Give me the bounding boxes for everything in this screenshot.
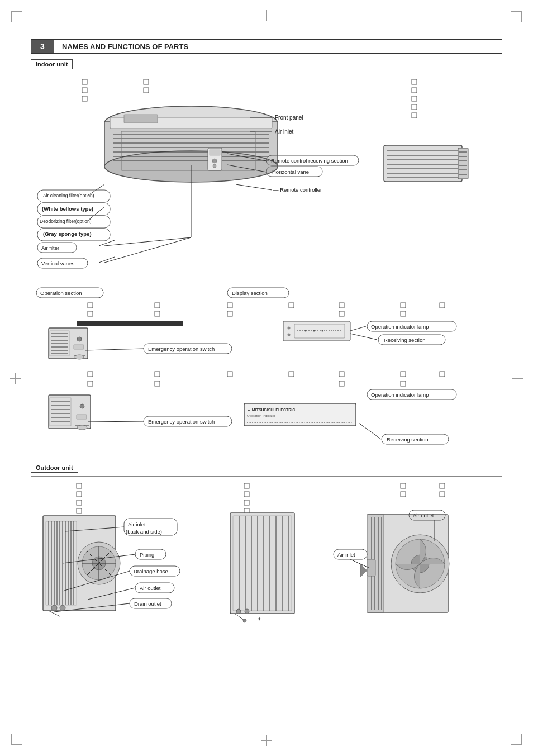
svg-rect-7 — [412, 96, 417, 101]
svg-rect-5 — [412, 79, 417, 84]
svg-text:Air cleaning filter(option): Air cleaning filter(option) — [43, 193, 94, 198]
svg-point-141 — [80, 404, 84, 408]
svg-rect-127 — [401, 372, 406, 377]
svg-rect-3 — [144, 79, 149, 84]
svg-text:▲ MITSUBISHI ELECTRIC: ▲ MITSUBISHI ELECTRIC — [247, 408, 295, 412]
svg-rect-156 — [77, 492, 82, 497]
svg-text:Air outlet: Air outlet — [413, 512, 434, 519]
svg-line-71 — [104, 237, 191, 246]
svg-line-154 — [359, 423, 381, 439]
svg-rect-80 — [289, 303, 294, 308]
svg-rect-123 — [289, 372, 294, 377]
svg-point-117 — [322, 330, 323, 332]
svg-text:Drain outlet: Drain outlet — [134, 601, 161, 607]
svg-point-216 — [236, 609, 241, 614]
svg-point-102 — [75, 355, 84, 359]
svg-text:Display section: Display section — [232, 290, 268, 296]
svg-rect-160 — [244, 492, 249, 497]
svg-rect-124 — [88, 381, 93, 386]
svg-text:Horizontal vane: Horizontal vane — [272, 169, 309, 175]
svg-rect-166 — [440, 492, 445, 497]
svg-rect-8 — [412, 104, 417, 110]
outdoor-unit-diagram: Air inlet (back and side) Piping Drainag… — [31, 476, 502, 643]
indoor-unit-diagram: Front panel Air inlet Air cleaning filte… — [31, 73, 502, 279]
svg-rect-78 — [155, 303, 160, 308]
svg-rect-155 — [77, 483, 82, 488]
svg-point-116 — [313, 330, 315, 332]
svg-rect-6 — [412, 88, 417, 93]
svg-rect-165 — [440, 483, 445, 488]
svg-line-234 — [350, 559, 369, 568]
svg-text:Deodorizing filter(option): Deodorizing filter(option) — [40, 218, 92, 224]
svg-rect-79 — [227, 303, 232, 308]
svg-point-99 — [77, 337, 82, 341]
svg-rect-22 — [124, 115, 158, 123]
svg-rect-0 — [82, 79, 87, 84]
cross-left — [10, 373, 21, 384]
section-header: 3 NAMES AND FUNCTIONS OF PARTS — [31, 39, 502, 54]
svg-text:Emergency operation switch: Emergency operation switch — [148, 419, 215, 425]
svg-rect-77 — [88, 303, 93, 308]
corner-br — [511, 734, 522, 745]
svg-text:Receiving section: Receiving section — [384, 337, 425, 343]
svg-text:Piping: Piping — [140, 551, 154, 558]
svg-text:(Gray sponge type): (Gray sponge type) — [43, 231, 92, 237]
svg-rect-142 — [77, 415, 87, 419]
svg-rect-100 — [74, 345, 84, 349]
svg-line-218 — [235, 614, 244, 620]
svg-line-118 — [350, 326, 366, 331]
svg-line-72 — [104, 237, 191, 263]
svg-rect-164 — [401, 492, 406, 497]
svg-rect-85 — [401, 303, 406, 308]
svg-rect-83 — [227, 311, 232, 316]
svg-point-217 — [245, 609, 249, 614]
outdoor-unit-svg: Air inlet (back and side) Piping Drainag… — [31, 477, 502, 641]
svg-rect-121 — [155, 372, 160, 377]
svg-line-105 — [85, 349, 144, 350]
svg-rect-157 — [77, 500, 82, 505]
svg-text:Air filter: Air filter — [41, 245, 59, 251]
svg-rect-122 — [227, 372, 232, 377]
svg-text:Operation Indicator: Operation Indicator — [247, 414, 275, 417]
svg-rect-2 — [82, 96, 87, 101]
section-number: 3 — [31, 40, 54, 53]
cross-top — [261, 10, 272, 21]
svg-rect-158 — [77, 508, 82, 513]
main-content: 3 NAMES AND FUNCTIONS OF PARTS Indoor un… — [31, 39, 502, 717]
svg-text:Air outlet: Air outlet — [140, 585, 161, 591]
outdoor-unit-label: Outdoor unit — [31, 463, 78, 473]
svg-rect-129 — [339, 381, 344, 386]
svg-text:Vertical vanes: Vertical vanes — [41, 260, 74, 267]
svg-text:Air inlet: Air inlet — [275, 129, 294, 135]
svg-rect-24 — [210, 150, 220, 155]
svg-text:Air inlet: Air inlet — [128, 521, 146, 527]
svg-rect-84 — [339, 303, 344, 308]
svg-rect-9 — [412, 113, 417, 118]
section-title: NAMES AND FUNCTIONS OF PARTS — [54, 40, 197, 53]
svg-text:(White bellows type): (White bellows type) — [42, 206, 93, 212]
svg-text:— Remote controller: — Remote controller — [273, 187, 322, 193]
svg-text:Operation indicator lamp: Operation indicator lamp — [371, 392, 429, 398]
svg-point-187 — [60, 605, 65, 611]
svg-line-62 — [236, 184, 272, 190]
cross-bottom — [261, 735, 272, 746]
svg-line-119 — [350, 334, 377, 340]
svg-rect-1 — [82, 88, 87, 93]
indoor-unit-label: Indoor unit — [31, 59, 73, 69]
svg-rect-125 — [155, 381, 160, 386]
svg-text:Receiving section: Receiving section — [387, 436, 428, 443]
svg-marker-231 — [360, 564, 367, 577]
svg-line-151 — [88, 421, 144, 422]
svg-point-115 — [305, 330, 307, 332]
svg-text:Operation section: Operation section — [40, 290, 82, 296]
svg-text:Front panel: Front panel — [275, 115, 303, 121]
svg-rect-81 — [88, 311, 93, 316]
svg-point-186 — [51, 605, 57, 611]
svg-text:(back and side): (back and side) — [126, 529, 162, 535]
svg-rect-130 — [401, 381, 406, 386]
svg-rect-89 — [77, 321, 183, 326]
svg-point-219 — [243, 619, 246, 622]
svg-rect-128 — [440, 372, 445, 377]
svg-rect-159 — [244, 483, 249, 488]
svg-point-111 — [288, 327, 291, 330]
